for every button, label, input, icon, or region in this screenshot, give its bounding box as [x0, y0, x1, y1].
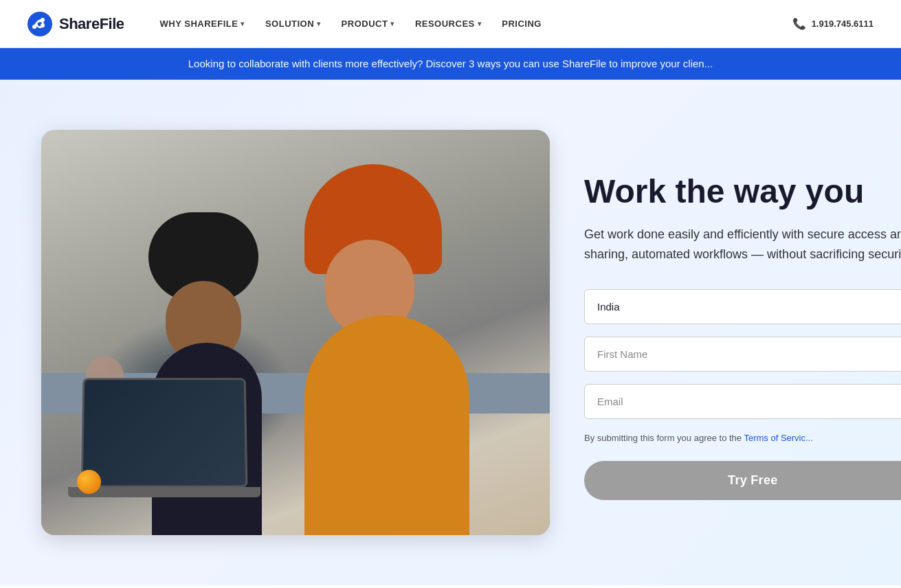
svg-point-2 [41, 18, 45, 22]
svg-point-3 [41, 23, 45, 27]
chevron-down-icon: ▾ [241, 20, 245, 27]
country-select[interactable]: India United States United Kingdom Canad… [584, 289, 901, 324]
first-name-field-group [584, 337, 901, 372]
chevron-down-icon: ▾ [317, 20, 321, 27]
svg-point-0 [27, 12, 52, 36]
main-content: Work the way you Get work done easily an… [0, 80, 901, 585]
chevron-down-icon: ▾ [478, 20, 482, 27]
country-field-group: India United States United Kingdom Canad… [584, 289, 901, 324]
orange-ball-decoration [77, 470, 101, 494]
terms-link[interactable]: Terms of Servic... [744, 433, 812, 443]
promo-banner[interactable]: Looking to collaborate with clients more… [0, 48, 901, 80]
phone-icon: 📞 [792, 17, 806, 30]
hero-title: Work the way you [584, 172, 901, 212]
photo-background [41, 130, 550, 535]
nav-item-pricing[interactable]: PRICING [493, 13, 550, 34]
laptop [82, 377, 288, 514]
sharefile-logo-icon [27, 12, 52, 36]
email-input[interactable] [584, 384, 901, 419]
logo-text: ShareFile [59, 15, 124, 33]
nav-item-why-sharefile[interactable]: WHY SHAREFILE ▾ [152, 13, 253, 34]
nav-item-product[interactable]: PRODUCT ▾ [333, 13, 403, 34]
nav-item-resources[interactable]: RESOURCES ▾ [407, 13, 489, 34]
logo[interactable]: ShareFile [27, 12, 124, 36]
hero-image [41, 130, 550, 535]
hero-image-section [0, 80, 570, 585]
header: ShareFile WHY SHAREFILE ▾ SOLUTION ▾ PRO… [0, 0, 901, 48]
banner-text: Looking to collaborate with clients more… [188, 58, 713, 69]
nav-item-solution[interactable]: SOLUTION ▾ [257, 13, 329, 34]
hero-subtitle: Get work done easily and efficiently wit… [584, 225, 901, 264]
main-nav: WHY SHAREFILE ▾ SOLUTION ▾ PRODUCT ▾ RES… [152, 13, 874, 34]
chevron-down-icon: ▾ [390, 20, 394, 27]
terms-text: By submitting this form you agree to the… [584, 431, 901, 445]
person-right [263, 192, 524, 535]
first-name-input[interactable] [584, 337, 901, 372]
svg-point-1 [32, 25, 36, 29]
email-field-group [584, 384, 901, 419]
phone-number: 📞 1.919.745.6111 [792, 17, 874, 30]
try-free-button[interactable]: Try Free [584, 461, 901, 500]
hero-form-section: Work the way you Get work done easily an… [570, 80, 901, 585]
